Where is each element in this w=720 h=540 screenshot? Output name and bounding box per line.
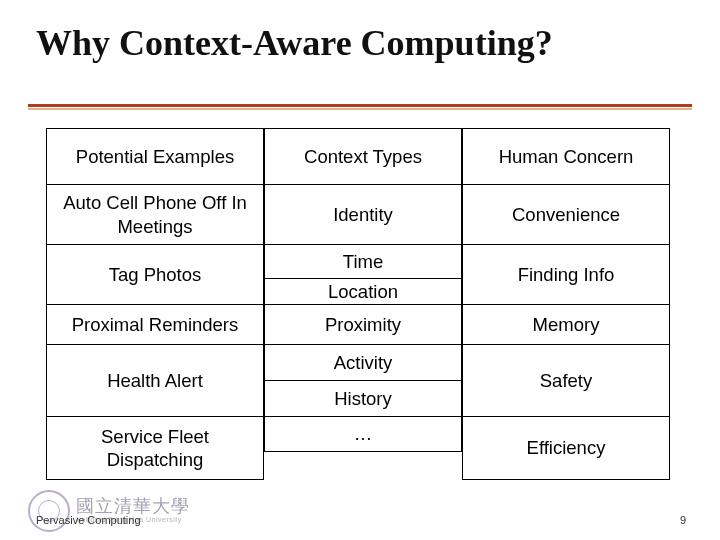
cell-concern-3: Memory bbox=[463, 305, 669, 345]
page-number: 9 bbox=[680, 514, 686, 526]
cell-context-4: Proximity bbox=[265, 305, 461, 345]
cell-concern-1: Convenience bbox=[463, 185, 669, 245]
cell-context-3: Location bbox=[265, 279, 461, 305]
cell-example-5: Service Fleet Dispatching bbox=[47, 417, 263, 479]
header-examples: Potential Examples bbox=[47, 129, 263, 185]
column-context-types: Context Types Identity Time Location Pro… bbox=[264, 128, 462, 452]
header-context: Context Types bbox=[265, 129, 461, 185]
cell-concern-2: Finding Info bbox=[463, 245, 669, 305]
cell-example-3: Proximal Reminders bbox=[47, 305, 263, 345]
cell-context-6: History bbox=[265, 381, 461, 417]
title-rule-dark bbox=[28, 104, 692, 107]
cell-context-7: … bbox=[265, 417, 461, 451]
slide: Why Context-Aware Computing? Potential E… bbox=[0, 0, 720, 540]
cell-example-1: Auto Cell Phone Off In Meetings bbox=[47, 185, 263, 245]
cell-example-2: Tag Photos bbox=[47, 245, 263, 305]
cell-concern-4: Safety bbox=[463, 345, 669, 417]
cell-context-2: Time bbox=[265, 245, 461, 279]
cell-example-4: Health Alert bbox=[47, 345, 263, 417]
header-concern: Human Concern bbox=[463, 129, 669, 185]
column-examples: Potential Examples Auto Cell Phone Off I… bbox=[46, 128, 264, 480]
slide-title: Why Context-Aware Computing? bbox=[0, 0, 720, 72]
column-concern: Human Concern Convenience Finding Info M… bbox=[462, 128, 670, 480]
cell-concern-5: Efficiency bbox=[463, 417, 669, 479]
footer-course-name: Pervasive Computing bbox=[36, 514, 141, 526]
cell-context-1: Identity bbox=[265, 185, 461, 245]
cell-context-5: Activity bbox=[265, 345, 461, 381]
title-rule-light bbox=[28, 108, 692, 110]
